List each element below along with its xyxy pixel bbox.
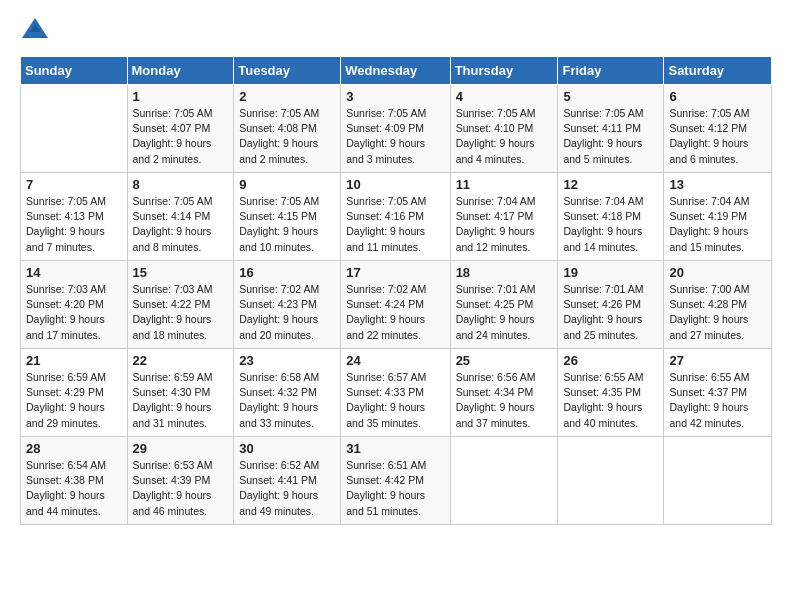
weekday-header-saturday: Saturday bbox=[664, 57, 772, 85]
day-number: 8 bbox=[133, 177, 229, 192]
day-info: Sunrise: 6:58 AMSunset: 4:32 PMDaylight:… bbox=[239, 370, 335, 431]
day-number: 10 bbox=[346, 177, 444, 192]
day-number: 26 bbox=[563, 353, 658, 368]
weekday-header-sunday: Sunday bbox=[21, 57, 128, 85]
day-number: 30 bbox=[239, 441, 335, 456]
calendar-cell: 30Sunrise: 6:52 AMSunset: 4:41 PMDayligh… bbox=[234, 437, 341, 525]
day-number: 20 bbox=[669, 265, 766, 280]
day-info: Sunrise: 6:54 AMSunset: 4:38 PMDaylight:… bbox=[26, 458, 122, 519]
day-info: Sunrise: 7:04 AMSunset: 4:17 PMDaylight:… bbox=[456, 194, 553, 255]
day-number: 23 bbox=[239, 353, 335, 368]
calendar-cell: 17Sunrise: 7:02 AMSunset: 4:24 PMDayligh… bbox=[341, 261, 450, 349]
calendar-cell: 13Sunrise: 7:04 AMSunset: 4:19 PMDayligh… bbox=[664, 173, 772, 261]
day-info: Sunrise: 6:52 AMSunset: 4:41 PMDaylight:… bbox=[239, 458, 335, 519]
day-number: 17 bbox=[346, 265, 444, 280]
day-number: 2 bbox=[239, 89, 335, 104]
calendar-cell: 1Sunrise: 7:05 AMSunset: 4:07 PMDaylight… bbox=[127, 85, 234, 173]
calendar-cell: 9Sunrise: 7:05 AMSunset: 4:15 PMDaylight… bbox=[234, 173, 341, 261]
day-info: Sunrise: 7:05 AMSunset: 4:12 PMDaylight:… bbox=[669, 106, 766, 167]
calendar-cell: 14Sunrise: 7:03 AMSunset: 4:20 PMDayligh… bbox=[21, 261, 128, 349]
day-number: 18 bbox=[456, 265, 553, 280]
day-info: Sunrise: 7:00 AMSunset: 4:28 PMDaylight:… bbox=[669, 282, 766, 343]
calendar-cell bbox=[450, 437, 558, 525]
day-info: Sunrise: 6:53 AMSunset: 4:39 PMDaylight:… bbox=[133, 458, 229, 519]
calendar-cell: 21Sunrise: 6:59 AMSunset: 4:29 PMDayligh… bbox=[21, 349, 128, 437]
logo bbox=[20, 16, 54, 46]
day-info: Sunrise: 7:05 AMSunset: 4:11 PMDaylight:… bbox=[563, 106, 658, 167]
day-info: Sunrise: 6:59 AMSunset: 4:30 PMDaylight:… bbox=[133, 370, 229, 431]
calendar-cell: 20Sunrise: 7:00 AMSunset: 4:28 PMDayligh… bbox=[664, 261, 772, 349]
day-info: Sunrise: 7:05 AMSunset: 4:16 PMDaylight:… bbox=[346, 194, 444, 255]
calendar-cell: 28Sunrise: 6:54 AMSunset: 4:38 PMDayligh… bbox=[21, 437, 128, 525]
day-info: Sunrise: 6:55 AMSunset: 4:35 PMDaylight:… bbox=[563, 370, 658, 431]
calendar-body: 1Sunrise: 7:05 AMSunset: 4:07 PMDaylight… bbox=[21, 85, 772, 525]
weekday-header-row: SundayMondayTuesdayWednesdayThursdayFrid… bbox=[21, 57, 772, 85]
day-info: Sunrise: 6:55 AMSunset: 4:37 PMDaylight:… bbox=[669, 370, 766, 431]
day-number: 25 bbox=[456, 353, 553, 368]
day-number: 9 bbox=[239, 177, 335, 192]
logo-icon bbox=[20, 16, 50, 46]
day-info: Sunrise: 7:05 AMSunset: 4:15 PMDaylight:… bbox=[239, 194, 335, 255]
day-info: Sunrise: 7:03 AMSunset: 4:22 PMDaylight:… bbox=[133, 282, 229, 343]
calendar-table: SundayMondayTuesdayWednesdayThursdayFrid… bbox=[20, 56, 772, 525]
page: SundayMondayTuesdayWednesdayThursdayFrid… bbox=[0, 0, 792, 612]
calendar-cell: 2Sunrise: 7:05 AMSunset: 4:08 PMDaylight… bbox=[234, 85, 341, 173]
day-number: 12 bbox=[563, 177, 658, 192]
calendar-cell: 27Sunrise: 6:55 AMSunset: 4:37 PMDayligh… bbox=[664, 349, 772, 437]
day-info: Sunrise: 7:05 AMSunset: 4:10 PMDaylight:… bbox=[456, 106, 553, 167]
day-number: 28 bbox=[26, 441, 122, 456]
day-number: 14 bbox=[26, 265, 122, 280]
calendar-cell: 4Sunrise: 7:05 AMSunset: 4:10 PMDaylight… bbox=[450, 85, 558, 173]
weekday-header-friday: Friday bbox=[558, 57, 664, 85]
header bbox=[20, 16, 772, 46]
calendar-cell: 6Sunrise: 7:05 AMSunset: 4:12 PMDaylight… bbox=[664, 85, 772, 173]
day-number: 3 bbox=[346, 89, 444, 104]
calendar-week-5: 28Sunrise: 6:54 AMSunset: 4:38 PMDayligh… bbox=[21, 437, 772, 525]
calendar-cell: 25Sunrise: 6:56 AMSunset: 4:34 PMDayligh… bbox=[450, 349, 558, 437]
day-info: Sunrise: 7:05 AMSunset: 4:07 PMDaylight:… bbox=[133, 106, 229, 167]
day-info: Sunrise: 6:57 AMSunset: 4:33 PMDaylight:… bbox=[346, 370, 444, 431]
calendar-cell: 11Sunrise: 7:04 AMSunset: 4:17 PMDayligh… bbox=[450, 173, 558, 261]
day-number: 16 bbox=[239, 265, 335, 280]
day-info: Sunrise: 7:04 AMSunset: 4:19 PMDaylight:… bbox=[669, 194, 766, 255]
day-number: 1 bbox=[133, 89, 229, 104]
calendar-cell bbox=[664, 437, 772, 525]
day-info: Sunrise: 7:04 AMSunset: 4:18 PMDaylight:… bbox=[563, 194, 658, 255]
calendar-cell: 23Sunrise: 6:58 AMSunset: 4:32 PMDayligh… bbox=[234, 349, 341, 437]
day-number: 27 bbox=[669, 353, 766, 368]
weekday-header-thursday: Thursday bbox=[450, 57, 558, 85]
calendar-week-4: 21Sunrise: 6:59 AMSunset: 4:29 PMDayligh… bbox=[21, 349, 772, 437]
calendar-cell: 24Sunrise: 6:57 AMSunset: 4:33 PMDayligh… bbox=[341, 349, 450, 437]
day-number: 21 bbox=[26, 353, 122, 368]
day-number: 22 bbox=[133, 353, 229, 368]
day-number: 11 bbox=[456, 177, 553, 192]
calendar-cell: 5Sunrise: 7:05 AMSunset: 4:11 PMDaylight… bbox=[558, 85, 664, 173]
calendar-cell: 29Sunrise: 6:53 AMSunset: 4:39 PMDayligh… bbox=[127, 437, 234, 525]
day-number: 19 bbox=[563, 265, 658, 280]
day-info: Sunrise: 6:51 AMSunset: 4:42 PMDaylight:… bbox=[346, 458, 444, 519]
day-number: 29 bbox=[133, 441, 229, 456]
day-number: 24 bbox=[346, 353, 444, 368]
weekday-header-monday: Monday bbox=[127, 57, 234, 85]
calendar-week-3: 14Sunrise: 7:03 AMSunset: 4:20 PMDayligh… bbox=[21, 261, 772, 349]
calendar-cell: 26Sunrise: 6:55 AMSunset: 4:35 PMDayligh… bbox=[558, 349, 664, 437]
calendar-cell: 16Sunrise: 7:02 AMSunset: 4:23 PMDayligh… bbox=[234, 261, 341, 349]
calendar-cell: 3Sunrise: 7:05 AMSunset: 4:09 PMDaylight… bbox=[341, 85, 450, 173]
calendar-cell bbox=[21, 85, 128, 173]
day-number: 4 bbox=[456, 89, 553, 104]
calendar-cell: 22Sunrise: 6:59 AMSunset: 4:30 PMDayligh… bbox=[127, 349, 234, 437]
day-info: Sunrise: 6:59 AMSunset: 4:29 PMDaylight:… bbox=[26, 370, 122, 431]
day-info: Sunrise: 7:02 AMSunset: 4:23 PMDaylight:… bbox=[239, 282, 335, 343]
calendar-cell: 7Sunrise: 7:05 AMSunset: 4:13 PMDaylight… bbox=[21, 173, 128, 261]
day-number: 15 bbox=[133, 265, 229, 280]
calendar-cell: 12Sunrise: 7:04 AMSunset: 4:18 PMDayligh… bbox=[558, 173, 664, 261]
calendar-header: SundayMondayTuesdayWednesdayThursdayFrid… bbox=[21, 57, 772, 85]
day-info: Sunrise: 7:05 AMSunset: 4:14 PMDaylight:… bbox=[133, 194, 229, 255]
svg-rect-2 bbox=[28, 32, 42, 38]
day-number: 7 bbox=[26, 177, 122, 192]
day-info: Sunrise: 6:56 AMSunset: 4:34 PMDaylight:… bbox=[456, 370, 553, 431]
day-info: Sunrise: 7:01 AMSunset: 4:25 PMDaylight:… bbox=[456, 282, 553, 343]
calendar-cell: 8Sunrise: 7:05 AMSunset: 4:14 PMDaylight… bbox=[127, 173, 234, 261]
day-info: Sunrise: 7:03 AMSunset: 4:20 PMDaylight:… bbox=[26, 282, 122, 343]
calendar-cell bbox=[558, 437, 664, 525]
